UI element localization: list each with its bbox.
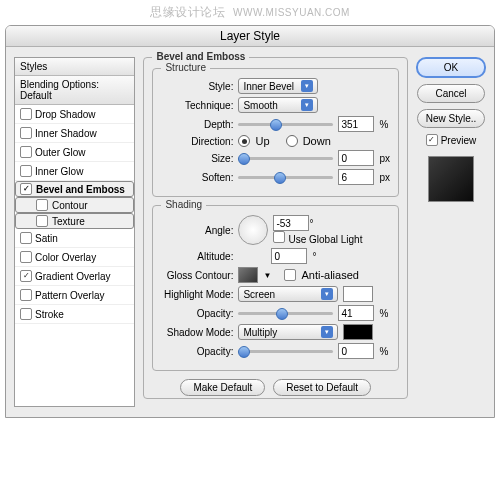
checkbox[interactable] <box>36 215 48 227</box>
global-light-label: Use Global Light <box>289 234 363 245</box>
sidebar-item-satin[interactable]: Satin <box>15 229 134 248</box>
sidebar-item-color-overlay[interactable]: Color Overlay <box>15 248 134 267</box>
soften-label: Soften: <box>161 172 233 183</box>
highlight-color-swatch[interactable] <box>343 286 373 302</box>
shadow-opacity-slider[interactable] <box>238 345 333 357</box>
highlight-opacity-label: Opacity: <box>161 308 233 319</box>
sidebar-item-label: Satin <box>35 233 58 244</box>
reset-default-button[interactable]: Reset to Default <box>273 379 371 396</box>
sidebar-item-inner-glow[interactable]: Inner Glow <box>15 162 134 181</box>
new-style-button[interactable]: New Style.. <box>417 109 485 128</box>
highlight-mode-label: Highlight Mode: <box>161 289 233 300</box>
direction-down-radio[interactable] <box>286 135 298 147</box>
preview-label: Preview <box>441 135 477 146</box>
angle-dial[interactable] <box>238 215 268 245</box>
shadow-opacity-input[interactable] <box>338 343 374 359</box>
checkbox[interactable] <box>36 199 48 211</box>
select-value: Inner Bevel <box>243 81 294 92</box>
sidebar-item-drop-shadow[interactable]: Drop Shadow <box>15 105 134 124</box>
checkbox[interactable] <box>20 289 32 301</box>
global-light-checkbox[interactable] <box>273 231 285 243</box>
soften-input[interactable] <box>338 169 374 185</box>
settings-panel: Bevel and Emboss Structure Style:Inner B… <box>143 57 408 407</box>
sidebar-item-outer-glow[interactable]: Outer Glow <box>15 143 134 162</box>
sidebar-item-label: Pattern Overlay <box>35 290 104 301</box>
panel-title: Bevel and Emboss <box>152 51 249 62</box>
preview-checkbox[interactable] <box>426 134 438 146</box>
right-buttons: OK Cancel New Style.. Preview <box>416 57 486 407</box>
altitude-unit: ° <box>312 251 316 262</box>
technique-select[interactable]: Smooth▾ <box>238 97 318 113</box>
gloss-contour-picker[interactable] <box>238 267 258 283</box>
select-value: Smooth <box>243 100 277 111</box>
depth-label: Depth: <box>161 119 233 130</box>
size-input[interactable] <box>338 150 374 166</box>
direction-up-radio[interactable] <box>238 135 250 147</box>
sidebar-item-contour[interactable]: Contour <box>15 197 134 213</box>
anti-aliased-checkbox[interactable] <box>284 269 296 281</box>
chevron-updown-icon: ▾ <box>321 288 333 300</box>
checkbox[interactable] <box>20 127 32 139</box>
highlight-opacity-input[interactable] <box>338 305 374 321</box>
checkbox[interactable] <box>20 165 32 177</box>
checkbox[interactable] <box>20 251 32 263</box>
make-default-button[interactable]: Make Default <box>180 379 265 396</box>
shadow-opacity-label: Opacity: <box>161 346 233 357</box>
technique-label: Technique: <box>161 100 233 111</box>
checkbox[interactable] <box>20 232 32 244</box>
preview-swatch <box>428 156 474 202</box>
highlight-opacity-slider[interactable] <box>238 307 333 319</box>
sidebar-item-pattern-overlay[interactable]: Pattern Overlay <box>15 286 134 305</box>
size-unit: px <box>379 153 390 164</box>
hopacity-unit: % <box>379 308 388 319</box>
sidebar-item-label: Bevel and Emboss <box>36 184 125 195</box>
sidebar-item-gradient-overlay[interactable]: Gradient Overlay <box>15 267 134 286</box>
blending-options-row[interactable]: Blending Options: Default <box>15 76 134 105</box>
checkbox[interactable] <box>20 270 32 282</box>
sidebar-item-label: Outer Glow <box>35 147 86 158</box>
sidebar-item-inner-shadow[interactable]: Inner Shadow <box>15 124 134 143</box>
window-title: Layer Style <box>6 26 494 47</box>
size-slider[interactable] <box>238 152 333 164</box>
altitude-input[interactable] <box>271 248 307 264</box>
checkbox[interactable] <box>20 183 32 195</box>
depth-input[interactable] <box>338 116 374 132</box>
sidebar-header[interactable]: Styles <box>15 58 134 76</box>
checkbox[interactable] <box>20 146 32 158</box>
anti-aliased-label: Anti-aliased <box>301 269 358 281</box>
shading-legend: Shading <box>161 199 206 210</box>
chevron-updown-icon: ▾ <box>301 80 313 92</box>
structure-legend: Structure <box>161 62 210 73</box>
sidebar-item-texture[interactable]: Texture <box>15 213 134 229</box>
direction-label: Direction: <box>161 136 233 147</box>
chevron-updown-icon: ▾ <box>301 99 313 111</box>
depth-slider[interactable] <box>238 118 333 130</box>
checkbox[interactable] <box>20 308 32 320</box>
sidebar-item-label: Contour <box>52 200 88 211</box>
cancel-button[interactable]: Cancel <box>417 84 485 103</box>
sidebar-item-label: Gradient Overlay <box>35 271 111 282</box>
shadow-color-swatch[interactable] <box>343 324 373 340</box>
angle-input[interactable] <box>273 215 309 231</box>
style-select[interactable]: Inner Bevel▾ <box>238 78 318 94</box>
watermark-text: 思缘设计论坛 <box>150 5 225 19</box>
altitude-label: Altitude: <box>161 251 233 262</box>
sidebar-item-bevel-emboss[interactable]: Bevel and Emboss <box>15 181 134 197</box>
gloss-contour-label: Gloss Contour: <box>161 270 233 281</box>
chevron-down-icon[interactable]: ▼ <box>263 271 271 280</box>
checkbox[interactable] <box>20 108 32 120</box>
style-label: Style: <box>161 81 233 92</box>
angle-unit: ° <box>309 218 313 229</box>
ok-button[interactable]: OK <box>416 57 486 78</box>
select-value: Screen <box>243 289 275 300</box>
sidebar-item-label: Inner Glow <box>35 166 83 177</box>
sidebar-item-label: Texture <box>52 216 85 227</box>
layer-style-dialog: Layer Style Styles Blending Options: Def… <box>5 25 495 418</box>
chevron-updown-icon: ▾ <box>321 326 333 338</box>
sidebar-item-label: Inner Shadow <box>35 128 97 139</box>
sidebar-item-stroke[interactable]: Stroke <box>15 305 134 324</box>
soften-slider[interactable] <box>238 171 333 183</box>
highlight-mode-select[interactable]: Screen▾ <box>238 286 338 302</box>
sidebar-item-label: Drop Shadow <box>35 109 96 120</box>
shadow-mode-select[interactable]: Multiply▾ <box>238 324 338 340</box>
